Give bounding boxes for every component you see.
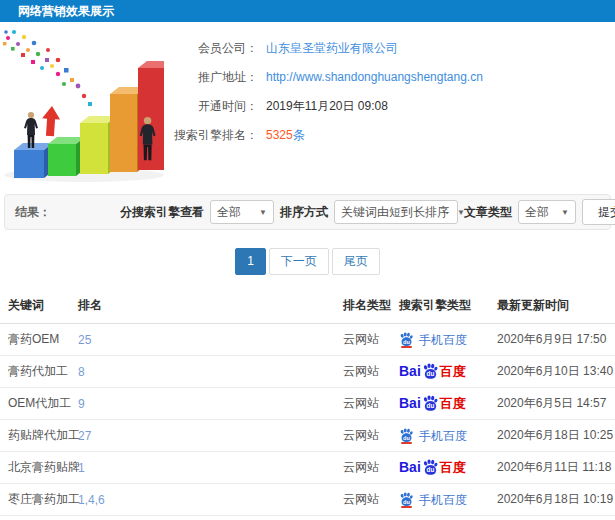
baidu-pc-logo: Bai百度	[399, 363, 466, 380]
table-row: 北京膏药贴牌 1 云网站 Bai百度 手机百度 2020年6月11日 11:18	[0, 452, 615, 484]
table-row: OEM代加工 9 云网站 Bai百度 手机百度 2020年6月5日 14:57	[0, 388, 615, 420]
growth-chart-illustration	[0, 28, 168, 186]
header-keyword: 关键词	[0, 291, 70, 324]
ranking-count-suffix: 条	[293, 128, 305, 142]
growth-chart-image	[0, 28, 168, 186]
table-row: 膏药代加工 8 云网站 Bai百度 手机百度 2020年6月10日 13:40	[0, 356, 615, 388]
ranking-count-label: 搜索引擎排名：	[168, 127, 258, 144]
updated-cell: 2020年6月10日 13:40	[489, 356, 615, 388]
article-type-label: 文章类型	[464, 204, 512, 221]
member-profile-section: 会员公司： 山东皇圣堂药业有限公司 推广地址： http://www.shand…	[0, 28, 615, 192]
table-row: 医疗器械厂家 4 云网站 Bai百度 手机百度 2020年5月29日 10:32	[0, 516, 615, 520]
filter-bar: 结果： 分搜索引擎查看 全部 ▼ 排序方式 关键词由短到长排序 ▼ 文章类型 全…	[4, 194, 611, 230]
engine-filter-select[interactable]: 全部 ▼	[210, 200, 274, 224]
up-arrow-icon	[41, 105, 61, 136]
pagination: 1 下一页 尾页	[0, 248, 615, 275]
engine-cell: Bai百度 手机百度	[391, 420, 489, 452]
rank-link[interactable]: 9	[78, 397, 85, 411]
app-header: 网络营销效果展示	[0, 0, 615, 22]
table-header-row: 关键词 排名 排名类型 搜索引擎类型 最新更新时间	[0, 291, 615, 324]
baidu-paw-icon	[422, 363, 439, 380]
keyword-cell: 药贴牌代加工	[0, 420, 70, 452]
info-row-company: 会员公司： 山东皇圣堂药业有限公司	[168, 40, 615, 57]
baidu-mobile-logo: 手机百度	[399, 331, 467, 348]
promo-url-label: 推广地址：	[168, 69, 258, 86]
engine-cell: Bai百度 手机百度	[391, 452, 489, 484]
ranking-count-number: 5325	[266, 128, 293, 142]
baidu-swoosh-icon	[401, 346, 412, 348]
updated-cell: 2020年6月18日 10:25	[489, 420, 615, 452]
rank-link[interactable]: 1	[78, 461, 85, 475]
sort-value: 关键词由短到长排序	[341, 204, 449, 221]
engine-cell: Bai百度 手机百度	[391, 484, 489, 516]
opened-time-value: 2019年11月20日 09:08	[266, 98, 388, 115]
result-label: 结果：	[15, 204, 51, 221]
baidu-mobile-logo: 手机百度	[399, 427, 467, 444]
keyword-cell: 膏药代加工	[0, 356, 70, 388]
header-engine-type: 搜索引擎类型	[391, 291, 489, 324]
rank-type-cell: 云网站	[335, 420, 391, 452]
info-row-opened: 开通时间： 2019年11月20日 09:08	[168, 98, 615, 115]
rank-type-cell: 云网站	[335, 452, 391, 484]
filter-controls: 分搜索引擎查看 全部 ▼ 排序方式 关键词由短到长排序 ▼ 文章类型 全部 ▼ …	[120, 199, 610, 225]
updated-cell: 2020年5月29日 10:32	[489, 516, 615, 520]
page-button-current[interactable]: 1	[235, 248, 266, 275]
businessman-left	[24, 112, 38, 148]
keyword-cell: 膏药OEM	[0, 324, 70, 356]
engine-filter-label: 分搜索引擎查看	[120, 204, 204, 221]
promo-url-link[interactable]: http://www.shandonghuangshengtang.cn	[266, 70, 483, 84]
bar-green	[48, 137, 85, 176]
info-row-url: 推广地址： http://www.shandonghuangshengtang.…	[168, 69, 615, 86]
updated-cell: 2020年6月18日 10:19	[489, 484, 615, 516]
rank-type-cell: 云网站	[335, 484, 391, 516]
engine-cell: Bai百度 手机百度	[391, 516, 489, 520]
header-updated: 最新更新时间	[489, 291, 615, 324]
baidu-swoosh-icon	[401, 506, 412, 508]
keyword-cell: OEM代加工	[0, 388, 70, 420]
sort-label: 排序方式	[280, 204, 328, 221]
info-row-ranking: 搜索引擎排名： 5325条	[168, 127, 615, 144]
engine-cell: Bai百度 手机百度	[391, 388, 489, 420]
sort-select[interactable]: 关键词由短到长排序 ▼	[334, 200, 458, 224]
keyword-cell: 医疗器械厂家	[0, 516, 70, 520]
header-rank-type: 排名类型	[335, 291, 391, 324]
next-page-button[interactable]: 下一页	[269, 248, 329, 275]
table-row: 枣庄膏药加工 1,4,6 云网站 Bai百度 手机百度 2020年6月18日 1…	[0, 484, 615, 516]
rank-link[interactable]: 8	[78, 365, 85, 379]
rank-link[interactable]: 1,4,6	[78, 493, 105, 507]
updated-cell: 2020年6月9日 17:50	[489, 324, 615, 356]
rank-type-cell: 云网站	[335, 356, 391, 388]
engine-filter-value: 全部	[217, 204, 241, 221]
rank-link[interactable]: 25	[78, 333, 91, 347]
table-row: 药贴牌代加工 27 云网站 Bai百度 手机百度 2020年6月18日 10:2…	[0, 420, 615, 452]
baidu-pc-logo: Bai百度	[399, 459, 466, 476]
submit-button[interactable]: 提交	[582, 199, 615, 225]
updated-cell: 2020年6月11日 11:18	[489, 452, 615, 484]
baidu-mobile-logo: 手机百度	[399, 491, 467, 508]
company-label: 会员公司：	[168, 40, 258, 57]
caret-down-icon: ▼	[561, 208, 569, 217]
rank-type-cell: 云网站	[335, 388, 391, 420]
engine-cell: Bai百度 手机百度	[391, 356, 489, 388]
page-title: 网络营销效果展示	[18, 4, 114, 18]
engine-cell: Bai百度 手机百度	[391, 324, 489, 356]
bar-blue	[14, 143, 53, 178]
rank-type-cell: 云网站	[335, 516, 391, 520]
company-link[interactable]: 山东皇圣堂药业有限公司	[266, 41, 398, 55]
table-row: 膏药OEM 25 云网站 Bai百度 手机百度 2020年6月9日 17:50	[0, 324, 615, 356]
header-rank: 排名	[70, 291, 335, 324]
keyword-cell: 枣庄膏药加工	[0, 484, 70, 516]
article-type-value: 全部	[525, 204, 549, 221]
baidu-paw-icon	[422, 395, 439, 412]
rank-type-cell: 云网站	[335, 324, 391, 356]
rank-link[interactable]: 27	[78, 429, 91, 443]
member-info: 会员公司： 山东皇圣堂药业有限公司 推广地址： http://www.shand…	[168, 28, 615, 192]
baidu-pc-logo: Bai百度	[399, 395, 466, 412]
last-page-button[interactable]: 尾页	[332, 248, 380, 275]
confetti	[3, 30, 92, 106]
keyword-ranking-table: 关键词 排名 排名类型 搜索引擎类型 最新更新时间 膏药OEM 25 云网站 B…	[0, 291, 615, 520]
baidu-paw-icon	[422, 459, 439, 476]
baidu-swoosh-icon	[401, 442, 412, 444]
opened-time-label: 开通时间：	[168, 98, 258, 115]
article-type-select[interactable]: 全部 ▼	[518, 200, 576, 224]
